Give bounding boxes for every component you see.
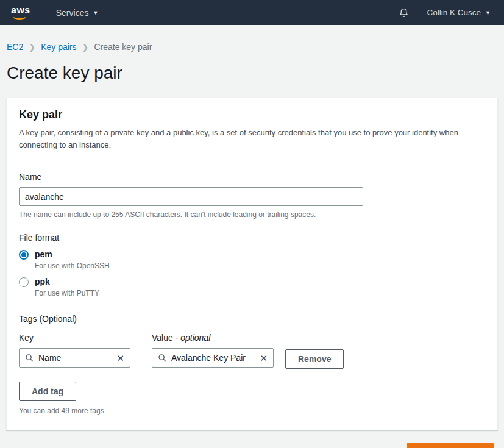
radio-ppk-description: For use with PuTTY	[35, 289, 99, 297]
nav-right-group: Collin K Cusce ▼	[399, 7, 494, 18]
chevron-down-icon: ▼	[93, 10, 98, 16]
tag-key-column: Key ✕	[19, 333, 130, 368]
search-icon	[158, 354, 166, 362]
notifications-bell-icon[interactable]	[399, 7, 409, 18]
tag-value-label: Value - optional	[152, 333, 274, 343]
chevron-right-icon: ❯	[82, 43, 89, 52]
top-navigation-bar: aws Services ▼ Collin K Cusce ▼	[0, 0, 504, 25]
radio-pem-description: For use with OpenSSH	[35, 261, 110, 270]
remove-tag-button[interactable]: Remove	[285, 349, 344, 369]
tag-row: Key ✕ Value - optional	[19, 333, 485, 369]
radio-option-pem[interactable]: pem For use with OpenSSH	[19, 249, 485, 270]
chevron-down-icon: ▼	[485, 10, 491, 16]
services-menu-label: Services	[56, 8, 89, 18]
tags-section: Tags (Optional) Key ✕ Value - optional	[19, 314, 485, 415]
tags-section-label: Tags (Optional)	[19, 314, 485, 324]
tag-value-input[interactable]	[171, 353, 256, 363]
radio-selected-icon[interactable]	[19, 250, 29, 260]
file-format-group: File format pem For use with OpenSSH ppk…	[19, 233, 485, 297]
card-body: Name The name can include up to 255 ASCI…	[7, 160, 497, 430]
breadcrumb-link-key-pairs[interactable]: Key pairs	[41, 42, 76, 52]
radio-pem-label: pem	[35, 249, 110, 259]
radio-option-ppk[interactable]: ppk For use with PuTTY	[19, 277, 485, 297]
name-input[interactable]	[19, 187, 363, 206]
user-name: Collin K Cusce	[427, 8, 481, 17]
name-helper-text: The name can include up to 255 ASCII cha…	[19, 210, 485, 219]
form-actions: Cancel Create key pair	[0, 443, 494, 448]
breadcrumb: EC2 ❯ Key pairs ❯ Create key pair	[0, 25, 504, 52]
tags-remaining-text: You can add 49 more tags	[19, 407, 485, 415]
clear-icon[interactable]: ✕	[113, 354, 124, 363]
card-header: Key pair A key pair, consisting of a pri…	[7, 98, 497, 160]
key-pair-card: Key pair A key pair, consisting of a pri…	[6, 98, 498, 430]
add-tag-button[interactable]: Add tag	[19, 382, 76, 401]
card-description: A key pair, consisting of a private key …	[19, 127, 485, 151]
radio-unselected-icon[interactable]	[19, 277, 29, 287]
card-title: Key pair	[19, 108, 485, 121]
aws-logo[interactable]: aws	[10, 4, 33, 21]
create-key-pair-button[interactable]: Create key pair	[407, 443, 494, 448]
breadcrumb-current: Create key pair	[94, 42, 152, 52]
tag-remove-column: Remove	[285, 333, 344, 369]
tag-key-input[interactable]	[38, 353, 113, 363]
page-title: Create key pair	[0, 52, 504, 83]
name-label: Name	[19, 172, 485, 182]
tag-value-input-wrapper: ✕	[152, 348, 274, 368]
services-menu[interactable]: Services ▼	[56, 8, 99, 18]
tag-key-input-wrapper: ✕	[19, 348, 130, 368]
breadcrumb-link-ec2[interactable]: EC2	[7, 42, 23, 52]
chevron-right-icon: ❯	[29, 43, 35, 52]
radio-ppk-label: ppk	[35, 277, 99, 286]
tag-key-label: Key	[19, 333, 130, 343]
file-format-label: File format	[19, 233, 485, 243]
aws-smile-icon	[12, 12, 27, 20]
search-icon	[25, 354, 34, 362]
user-menu[interactable]: Collin K Cusce ▼	[427, 8, 491, 17]
clear-icon[interactable]: ✕	[256, 354, 268, 363]
tag-value-column: Value - optional ✕	[152, 333, 274, 368]
